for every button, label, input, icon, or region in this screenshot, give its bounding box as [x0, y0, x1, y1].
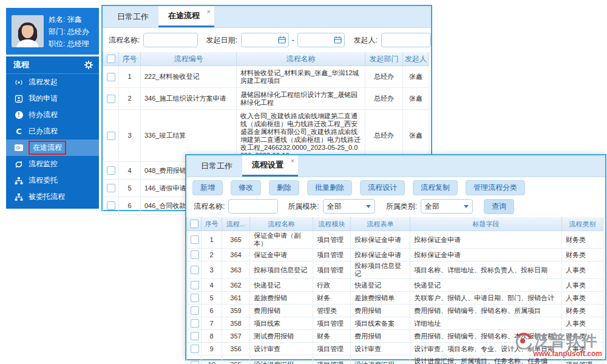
col-no: 序号 [202, 217, 222, 231]
sidebar-item-monitor[interactable]: 流程监控 [6, 156, 99, 172]
sidebar-item-process-start[interactable]: 流程发起 [6, 74, 99, 90]
module-select[interactable]: 全部 [323, 199, 375, 214]
close-icon[interactable]: × [207, 8, 211, 15]
process-design-button[interactable]: 流程设计 [360, 180, 405, 195]
cell-title-field: 快递登记 [410, 279, 562, 292]
cell-no: 1 [119, 66, 141, 88]
initiator-label: 发起人: [353, 35, 377, 46]
tab-daily-work[interactable]: 日常工作 [191, 155, 242, 177]
process-name-input[interactable] [143, 33, 197, 47]
cell-code: 346_施工组织设计方案申请 [141, 88, 237, 110]
col-start-dept: 发起部门 [365, 52, 403, 66]
delete-button[interactable]: 删除 [269, 180, 299, 195]
col-process-name: 流程名称 [237, 52, 365, 66]
close-icon[interactable]: × [291, 157, 294, 164]
table-row[interactable]: 7 358 项目线索 项目管理 项目线索备案 详细地址 人事类 [187, 317, 603, 330]
cell-module: 项目管理 [313, 231, 351, 249]
sidebar-item-todo[interactable]: ! 待办流程 [6, 107, 99, 123]
col-process-name: 流程名称 [250, 217, 313, 231]
process-name-label: 流程名称: [109, 35, 140, 46]
cell-no: 6 [202, 305, 222, 317]
table-row[interactable]: 2 364 保证金申请 项目管理 投标保证金申请 投标保证金申请 财务类 [187, 249, 603, 261]
row-checkbox[interactable] [191, 361, 199, 364]
table-row[interactable]: 1 365 保证金申请（副本） 项目管理 投标保证金申请 投标保证金申请 财务类 [187, 231, 603, 249]
sidebar-item-label: 流程发起 [29, 77, 58, 87]
category-select[interactable]: 全部 [421, 199, 473, 214]
table-row[interactable]: 5 361 差旅费报销 财务 差旅费报销单 关联客户、报销人、申请日期、部门、报… [187, 292, 603, 305]
sidebar-item-delegated-to-me[interactable]: 被委托流程 [6, 189, 99, 205]
col-no: 序号 [119, 52, 141, 66]
cell-code: 365 [222, 231, 250, 249]
batch-delete-button[interactable]: 批量删除 [307, 180, 352, 195]
cell-name: 投标项目信息登记 [250, 261, 313, 279]
row-checkbox[interactable] [191, 266, 199, 274]
fanpu-watermark: 泛普软件 www.fanpusoft.com [515, 331, 602, 358]
module-select-value: 全部 [327, 201, 342, 212]
sidebar-menu: 流程 流程发起 我的申请 [6, 56, 99, 209]
table-row[interactable]: 2 346_施工组织设计方案申请 晟铭园林绿化工程组织设计方案_晟铭园林绿化工程… [103, 88, 429, 110]
row-checkbox[interactable] [191, 235, 199, 244]
panel2-filter-row: 流程名称: 所属模块: 全部 所属类别: 全部 查询 [186, 198, 605, 215]
row-checkbox[interactable] [191, 281, 199, 289]
cell-name: 晟铭园林绿化工程组织设计方案_晟铭园林绿化工程 [237, 88, 365, 110]
row-checkbox[interactable] [107, 73, 115, 81]
table-row[interactable]: 3 363 投标项目信息登记 项目管理 投标项目信息登记 项目名称、详细地址、投… [187, 261, 603, 279]
initiator-input[interactable] [381, 33, 431, 47]
add-button[interactable]: 新增 [192, 180, 223, 195]
cell-module: 项目管理 [313, 261, 351, 279]
application-icon [14, 94, 24, 104]
tab-process-settings[interactable]: 流程设置 × [242, 155, 298, 177]
category-select-value: 全部 [425, 201, 439, 212]
gear-icon[interactable] [84, 61, 93, 69]
chevron-down-icon [366, 205, 371, 208]
row-checkbox[interactable] [191, 345, 199, 353]
table-header-row: 序号 流程... 流程名称 流程模块 流程表单 标题字段 流程类别 [187, 217, 603, 231]
user-dept: 部门: 总经办 [49, 25, 89, 38]
process-name-label: 流程名称: [194, 201, 225, 212]
sidebar-item-done[interactable]: C 已办流程 [6, 123, 99, 140]
edit-button[interactable]: 修改 [231, 180, 261, 195]
table-row[interactable]: 1 222_材料验收登记 材料验收登记_材料采购_张鑫_华润12城房建工程项目 … [103, 66, 429, 88]
query-button[interactable]: 查询 [484, 199, 514, 214]
process-copy-button[interactable]: 流程复制 [413, 180, 458, 195]
tab-daily-work[interactable]: 日常工作 [107, 6, 158, 27]
select-all-checkbox[interactable] [107, 55, 115, 63]
cell-name: 测试费用报销 [250, 330, 313, 343]
row-checkbox[interactable] [191, 306, 199, 315]
tab-in-transit[interactable]: 在途流程 × [158, 6, 214, 27]
cell-category: 财务类 [562, 231, 603, 249]
table-row[interactable]: 6 359 费用报销 管理类 费用报销 费用报销、报销编号、报销名称、所属项目 … [187, 305, 603, 317]
row-checkbox[interactable] [191, 294, 199, 302]
row-checkbox[interactable] [107, 95, 115, 103]
row-checkbox[interactable] [107, 132, 115, 140]
start-date-from-input[interactable] [241, 33, 289, 47]
row-checkbox[interactable] [107, 184, 115, 192]
calendar-icon[interactable] [278, 36, 286, 46]
sidebar-item-label: 流程监控 [29, 159, 58, 169]
in-transit-icon: G· [14, 143, 24, 153]
cell-name: 设计审查 [250, 343, 313, 356]
cell-title-field: 投标保证金申请 [410, 231, 562, 249]
row-checkbox[interactable] [107, 201, 115, 210]
select-all-checkbox[interactable] [190, 220, 198, 228]
sidebar-item-my-applications[interactable]: 我的申请 [6, 90, 99, 107]
cell-module: 项目管理 [313, 356, 351, 364]
row-checkbox[interactable] [191, 319, 199, 328]
process-name-input[interactable] [228, 199, 278, 214]
start-date-to-input[interactable] [297, 33, 345, 47]
calendar-icon[interactable] [334, 36, 342, 46]
cell-category: 人事类 [562, 317, 603, 330]
row-checkbox[interactable] [191, 251, 199, 259]
row-checkbox[interactable] [191, 332, 199, 340]
cell-module: 财务 [313, 292, 351, 305]
cell-title-field: 详细地址 [410, 317, 562, 330]
sidebar-item-in-transit[interactable]: G· 在途流程 [6, 140, 99, 156]
table-row[interactable]: 4 362 快递登记 行政 快递登记 快递登记 人事类 [187, 279, 603, 292]
avatar [12, 15, 44, 47]
row-checkbox[interactable] [107, 166, 115, 175]
cell-code: 362 [222, 279, 250, 292]
sidebar-item-delegate[interactable]: 流程委托 [6, 172, 99, 189]
cell-module: 项目管理 [313, 249, 351, 261]
cell-title-field: 费用报销、报销编号、报销名称、所属项目 [410, 305, 562, 317]
manage-category-button[interactable]: 管理流程分类 [466, 180, 525, 195]
